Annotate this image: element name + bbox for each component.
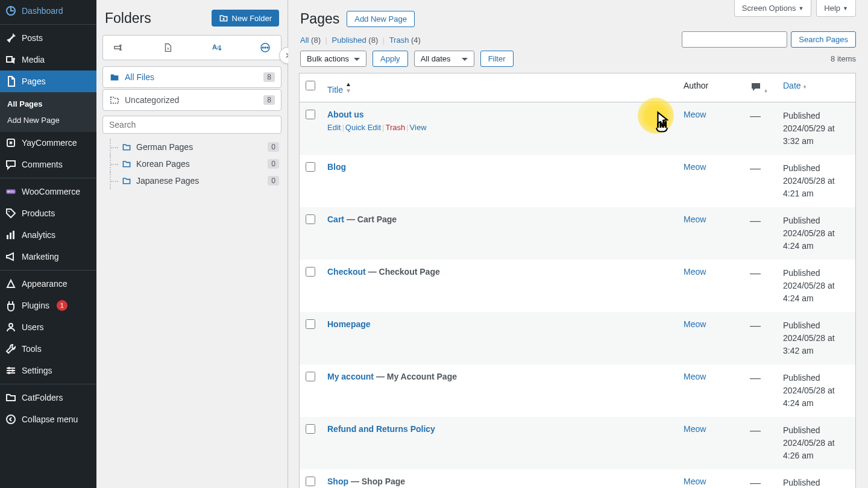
action-edit[interactable]: Edit	[327, 123, 341, 132]
menu-media[interactable]: Media	[0, 49, 96, 70]
action-view[interactable]: View	[410, 123, 427, 132]
row-checkbox[interactable]	[306, 319, 315, 329]
filter-button[interactable]: Filter	[480, 51, 514, 67]
date-status: Published	[783, 111, 820, 120]
row-checkbox[interactable]	[306, 267, 315, 277]
menu-users[interactable]: Users	[0, 316, 96, 338]
filter-all[interactable]: All	[300, 36, 309, 45]
submenu-add-page[interactable]: Add New Page	[0, 112, 96, 128]
date-filter-select[interactable]: All dates	[414, 51, 474, 67]
svg-point-24	[267, 47, 268, 48]
page-title-link[interactable]: Shop	[327, 477, 348, 486]
author-link[interactable]: Meow	[684, 110, 706, 119]
menu-dashboard[interactable]: Dashboard	[0, 0, 96, 22]
folder-uncategorized[interactable]: Uncategorized 8	[102, 89, 281, 111]
menu-collapse[interactable]: Collapse menu	[0, 408, 96, 430]
menu-comments[interactable]: Comments	[0, 154, 96, 175]
menu-label: Appearance	[22, 279, 68, 289]
page-title-link[interactable]: Cart	[327, 214, 344, 224]
menu-separator	[0, 178, 96, 178]
svg-point-6	[8, 211, 10, 212]
sort-icon[interactable]: AZ	[210, 42, 222, 54]
search-pages-button[interactable]: Search Pages	[791, 31, 856, 48]
table-row: My account — My Account Page Meow — Publ…	[300, 364, 855, 417]
svg-rect-8	[10, 233, 11, 239]
row-checkbox[interactable]	[306, 372, 315, 381]
menu-label: Collapse menu	[22, 414, 78, 424]
pages-table: Title▲▼ Author ♦ Date♦ About usEdit|Quic…	[299, 73, 856, 488]
page-subtitle: — My Account Page	[374, 372, 457, 381]
row-checkbox[interactable]	[306, 162, 315, 172]
bulk-actions-select[interactable]: Bulk actions	[300, 51, 366, 67]
menu-pages[interactable]: Pages	[0, 70, 96, 92]
menu-catfolders[interactable]: CatFolders	[0, 387, 96, 408]
appearance-icon	[5, 278, 17, 290]
author-link[interactable]: Meow	[684, 424, 706, 434]
page-title-link[interactable]: My account	[327, 372, 374, 381]
menu-appearance[interactable]: Appearance	[0, 273, 96, 295]
comments-count: —	[750, 110, 761, 122]
folder-all-files[interactable]: All Files 8	[102, 66, 281, 88]
row-checkbox[interactable]	[306, 424, 315, 434]
search-pages-input[interactable]	[682, 31, 787, 48]
th-date[interactable]: Date♦	[777, 74, 855, 102]
folder-tree-item[interactable]: Japanese Pages0	[110, 172, 281, 189]
add-new-page-button[interactable]: Add New Page	[347, 11, 415, 27]
menu-label: Media	[22, 55, 45, 64]
media-icon	[5, 54, 17, 66]
svg-text:Z: Z	[216, 45, 219, 51]
filter-trash[interactable]: Trash	[389, 36, 409, 45]
page-title-link[interactable]: Blog	[327, 162, 346, 172]
filter-published[interactable]: Published	[332, 36, 366, 45]
menu-analytics[interactable]: Analytics	[0, 224, 96, 246]
menu-posts[interactable]: Posts	[0, 27, 96, 49]
menu-marketing[interactable]: Marketing	[0, 246, 96, 267]
action-quick-edit[interactable]: Quick Edit	[345, 123, 381, 132]
page-title-link[interactable]: Refund and Returns Policy	[327, 424, 435, 434]
folder-search-input[interactable]	[102, 116, 281, 134]
page-title-link[interactable]: Homepage	[327, 319, 371, 329]
menu-products[interactable]: Products	[0, 202, 96, 224]
more-icon[interactable]	[259, 42, 271, 54]
date-time: 2024/05/28 at 4:21 am	[783, 176, 835, 198]
menu-woocommerce[interactable]: WOOWooCommerce	[0, 181, 96, 202]
th-title[interactable]: Title▲▼	[321, 74, 678, 102]
row-checkbox[interactable]	[306, 214, 315, 224]
menu-plugins[interactable]: Plugins1	[0, 295, 96, 316]
menu-tools[interactable]: Tools	[0, 338, 96, 360]
action-trash[interactable]: Trash	[385, 123, 405, 132]
rename-icon[interactable]	[113, 42, 125, 54]
woo-icon: WOO	[5, 186, 17, 198]
help-tab[interactable]: Help ▼	[816, 0, 856, 17]
folder-count: 8	[263, 72, 275, 82]
new-folder-button[interactable]: New Folder	[212, 10, 279, 27]
submenu-all-pages[interactable]: All Pages	[0, 96, 96, 112]
page-title-link[interactable]: Checkout	[327, 267, 366, 277]
author-link[interactable]: Meow	[684, 214, 706, 224]
screen-options-tab[interactable]: Screen Options ▼	[734, 0, 812, 17]
author-link[interactable]: Meow	[684, 162, 706, 172]
page-subtitle: — Cart Page	[344, 214, 397, 224]
menu-label: Analytics	[22, 230, 55, 240]
select-all-checkbox[interactable]	[306, 81, 315, 90]
table-row: Cart — Cart Page Meow — Published2024/05…	[300, 207, 855, 260]
menu-label: YayCommerce	[22, 138, 77, 148]
author-link[interactable]: Meow	[684, 319, 706, 329]
folder-tree-item[interactable]: Korean Pages0	[110, 155, 281, 172]
author-link[interactable]: Meow	[684, 477, 706, 486]
folder-count: 0	[268, 159, 279, 169]
date-time: 2024/05/29 at 3:32 am	[783, 124, 835, 146]
products-icon	[5, 207, 17, 219]
th-author: Author	[678, 74, 744, 102]
menu-settings[interactable]: Settings	[0, 360, 96, 381]
menu-yaycommerce[interactable]: YayCommerce	[0, 132, 96, 154]
page-title-link[interactable]: About us	[327, 110, 364, 119]
delete-icon[interactable]	[162, 42, 174, 54]
folder-tree-item[interactable]: German Pages0	[110, 139, 281, 155]
author-link[interactable]: Meow	[684, 267, 706, 277]
author-link[interactable]: Meow	[684, 372, 706, 381]
apply-button[interactable]: Apply	[373, 51, 408, 67]
th-comments[interactable]: ♦	[744, 74, 777, 102]
row-checkbox[interactable]	[306, 110, 315, 119]
row-checkbox[interactable]	[306, 477, 315, 486]
